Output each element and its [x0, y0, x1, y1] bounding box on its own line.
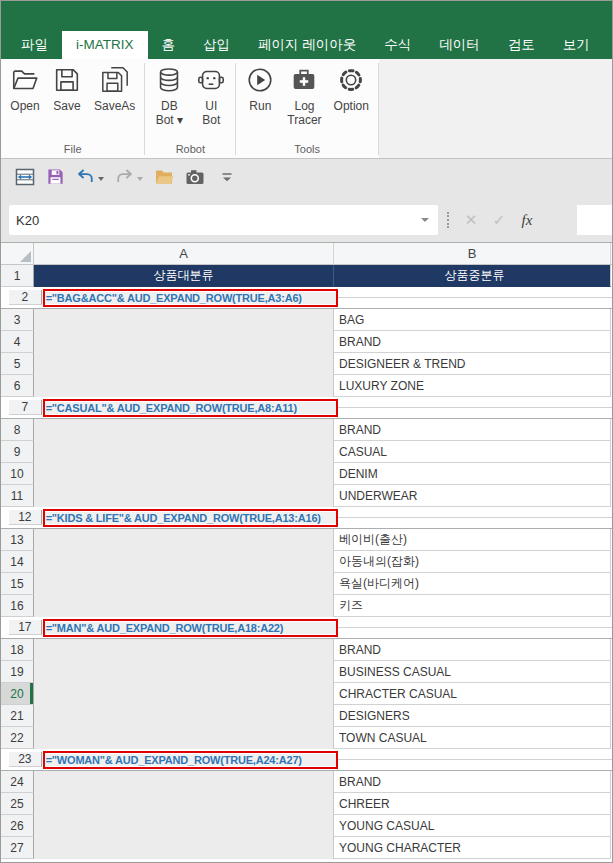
cell-B3[interactable]: BAG	[334, 309, 611, 331]
cell-B22[interactable]: TOWN CASUAL	[334, 727, 611, 749]
cell-A2[interactable]: ="BAG&ACC"& AUD_EXPAND_ROW(TRUE,A3:A6)	[42, 292, 339, 304]
cell-B8[interactable]: BRAND	[334, 419, 611, 441]
folder-button[interactable]	[152, 165, 176, 193]
cell-B1[interactable]: 상품중분류	[334, 265, 611, 287]
cell-A22[interactable]	[34, 727, 334, 749]
formula-input[interactable]	[577, 205, 612, 235]
camera-button[interactable]	[183, 165, 207, 193]
cell-A11[interactable]	[34, 485, 334, 507]
row-header-21[interactable]: 21	[1, 705, 34, 727]
cell-A12[interactable]: ="KIDS & LIFE"& AUD_EXPAND_ROW(TRUE,A13:…	[42, 512, 339, 524]
cell-A1[interactable]: 상품대분류	[34, 265, 334, 287]
cell-A10[interactable]	[34, 463, 334, 485]
cell-B4[interactable]: BRAND	[334, 331, 611, 353]
cell-A8[interactable]	[34, 419, 334, 441]
cell-A23[interactable]: ="WOMAN"& AUD_EXPAND_ROW(TRUE,A24:A27)	[42, 754, 339, 766]
qat-customize-button[interactable]	[218, 167, 236, 191]
row-header-13[interactable]: 13	[1, 529, 34, 551]
row-header-1[interactable]: 1	[1, 265, 34, 287]
cell-B23[interactable]	[338, 759, 612, 760]
cell-B13[interactable]: 베이비(출산)	[334, 529, 611, 551]
cell-B19[interactable]: BUSINESS CASUAL	[334, 661, 611, 683]
log-tracer-button[interactable]: LogTracer	[281, 61, 327, 127]
cell-A19[interactable]	[34, 661, 334, 683]
cell-A27[interactable]	[34, 837, 334, 859]
cell-A26[interactable]	[34, 815, 334, 837]
cell-B16[interactable]: 키즈	[334, 595, 611, 617]
row-header-4[interactable]: 4	[1, 331, 34, 353]
cell-B7[interactable]	[338, 407, 612, 408]
row-header-12[interactable]: 12	[9, 510, 42, 525]
cell-B6[interactable]: LUXURY ZONE	[334, 375, 611, 397]
db-bot--button[interactable]: DBBot ▾	[148, 61, 190, 127]
row-header-25[interactable]: 25	[1, 793, 34, 815]
tab-페이지 레이아웃[interactable]: 페이지 레이아웃	[244, 31, 370, 59]
run-button[interactable]: Run	[239, 61, 281, 127]
cell-B12[interactable]	[338, 517, 612, 518]
cell-A13[interactable]	[34, 529, 334, 551]
cell-B27[interactable]: YOUNG CHARACTER	[334, 837, 611, 859]
cell-A25[interactable]	[34, 793, 334, 815]
cell-A24[interactable]	[34, 771, 334, 793]
name-box-dropdown-icon[interactable]	[421, 218, 429, 222]
row-header-18[interactable]: 18	[1, 639, 34, 661]
tab-삽입[interactable]: 삽입	[189, 31, 244, 59]
tab-수식[interactable]: 수식	[370, 31, 425, 59]
dropdown-caret-icon[interactable]	[137, 177, 143, 181]
cell-A6[interactable]	[34, 375, 334, 397]
cell-B2[interactable]	[338, 297, 612, 298]
cell-B24[interactable]: BRAND	[334, 771, 611, 793]
select-all-corner[interactable]	[1, 243, 34, 264]
cell-B11[interactable]: UNDERWEAR	[334, 485, 611, 507]
cell-A15[interactable]	[34, 573, 334, 595]
column-header-A[interactable]: A	[34, 243, 334, 264]
cancel-button[interactable]: ✕	[457, 211, 485, 229]
cell-A20[interactable]	[34, 683, 334, 705]
cell-B18[interactable]: BRAND	[334, 639, 611, 661]
row-header-8[interactable]: 8	[1, 419, 34, 441]
name-box[interactable]: K20	[9, 205, 438, 235]
dropdown-caret-icon[interactable]	[98, 177, 104, 181]
cell-B26[interactable]: YOUNG CASUAL	[334, 815, 611, 837]
cell-A17[interactable]: ="MAN"& AUD_EXPAND_ROW(TRUE,A18:A22)	[42, 622, 339, 634]
cell-B10[interactable]: DENIM	[334, 463, 611, 485]
save-purple-button[interactable]	[44, 165, 67, 192]
row-header-22[interactable]: 22	[1, 727, 34, 749]
row-header-6[interactable]: 6	[1, 375, 34, 397]
row-header-17[interactable]: 17	[9, 620, 42, 635]
undo-button[interactable]	[74, 165, 106, 192]
cell-A16[interactable]	[34, 595, 334, 617]
row-header-19[interactable]: 19	[1, 661, 34, 683]
row-header-27[interactable]: 27	[1, 837, 34, 859]
cell-A9[interactable]	[34, 441, 334, 463]
row-header-16[interactable]: 16	[1, 595, 34, 617]
row-header-11[interactable]: 11	[1, 485, 34, 507]
cell-B15[interactable]: 욕실(바디케어)	[334, 573, 611, 595]
ui-bot-button[interactable]: UIBot	[190, 61, 232, 127]
cell-B9[interactable]: CASUAL	[334, 441, 611, 463]
row-header-7[interactable]: 7	[9, 400, 42, 415]
cell-B25[interactable]: CHREER	[334, 793, 611, 815]
row-header-3[interactable]: 3	[1, 309, 34, 331]
tab-파일[interactable]: 파일	[7, 31, 62, 59]
enter-button[interactable]: ✓	[485, 211, 513, 229]
option-button[interactable]: Option	[328, 61, 375, 127]
redo-button[interactable]	[113, 165, 145, 192]
tab-홈[interactable]: 홈	[148, 31, 190, 59]
cell-A14[interactable]	[34, 551, 334, 573]
cell-A4[interactable]	[34, 331, 334, 353]
cell-B17[interactable]	[338, 627, 612, 628]
tab-i-MATRIX[interactable]: i-MATRIX	[62, 31, 148, 59]
cell-A18[interactable]	[34, 639, 334, 661]
cell-A21[interactable]	[34, 705, 334, 727]
row-header-20[interactable]: 20	[1, 683, 34, 705]
tab-개발 도구[interactable]: 개발 도구	[604, 31, 612, 59]
row-header-2[interactable]: 2	[9, 290, 42, 305]
insert-function-button[interactable]: fx	[513, 212, 541, 229]
row-header-26[interactable]: 26	[1, 815, 34, 837]
row-header-23[interactable]: 23	[9, 752, 42, 767]
saveas-button[interactable]: SaveAs	[88, 61, 141, 127]
row-header-10[interactable]: 10	[1, 463, 34, 485]
row-header-15[interactable]: 15	[1, 573, 34, 595]
cell-B20[interactable]: CHRACTER CASUAL	[334, 683, 611, 705]
